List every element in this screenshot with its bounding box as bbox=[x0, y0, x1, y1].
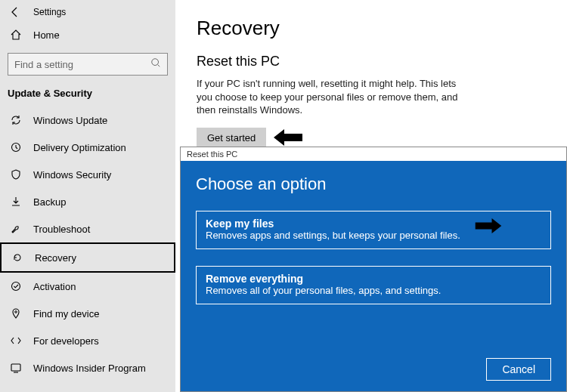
sidebar-item-backup[interactable]: Backup bbox=[0, 188, 175, 215]
annotation-arrow-icon bbox=[274, 129, 302, 146]
sidebar-item-recovery[interactable]: Recovery bbox=[0, 242, 175, 273]
activation-icon bbox=[9, 280, 23, 292]
sidebar-home[interactable]: Home bbox=[0, 21, 175, 48]
delivery-icon bbox=[9, 141, 23, 153]
developer-icon bbox=[9, 335, 23, 347]
dialog-titlebar: Reset this PC bbox=[181, 147, 566, 161]
shield-icon bbox=[9, 168, 23, 181]
sidebar-item-troubleshoot[interactable]: Troubleshoot bbox=[0, 215, 175, 242]
option-title: Remove everything bbox=[206, 273, 541, 285]
backup-icon bbox=[9, 196, 23, 208]
sidebar-item-find-my-device[interactable]: Find my device bbox=[0, 300, 175, 327]
sidebar-item-windows-security[interactable]: Windows Security bbox=[0, 161, 175, 188]
svg-point-0 bbox=[152, 59, 159, 66]
sidebar-item-for-developers[interactable]: For developers bbox=[0, 327, 175, 354]
section-heading: Reset this PC bbox=[197, 54, 546, 69]
sidebar-item-label: Activation bbox=[33, 281, 76, 292]
option-desc: Removes all of your personal files, apps… bbox=[206, 285, 541, 296]
sidebar-item-label: Recovery bbox=[35, 252, 76, 264]
svg-rect-4 bbox=[11, 364, 20, 371]
search-icon bbox=[150, 57, 161, 71]
reset-pc-dialog: Reset this PC Choose an option Keep my f… bbox=[180, 147, 567, 392]
app-title: Settings bbox=[33, 7, 66, 17]
sidebar-search[interactable] bbox=[8, 53, 168, 76]
wrench-icon bbox=[9, 223, 23, 235]
sidebar-item-label: Find my device bbox=[33, 308, 99, 319]
sidebar-item-label: Delivery Optimization bbox=[33, 142, 126, 153]
insider-icon bbox=[9, 362, 23, 374]
sidebar-item-label: Windows Update bbox=[33, 115, 107, 126]
sidebar-item-label: Backup bbox=[33, 196, 66, 208]
sidebar-item-label: For developers bbox=[33, 335, 99, 347]
option-keep-my-files[interactable]: Keep my files Removes apps and settings,… bbox=[196, 211, 551, 249]
search-input[interactable] bbox=[14, 59, 150, 70]
sync-icon bbox=[9, 114, 23, 126]
svg-point-2 bbox=[12, 282, 20, 291]
section-body: If your PC isn't running well, resetting… bbox=[197, 77, 461, 117]
svg-point-3 bbox=[15, 311, 17, 313]
option-remove-everything[interactable]: Remove everything Removes all of your pe… bbox=[196, 266, 551, 304]
get-started-button[interactable]: Get started bbox=[197, 128, 266, 148]
sidebar-item-delivery-optimization[interactable]: Delivery Optimization bbox=[0, 134, 175, 161]
sidebar-item-windows-update[interactable]: Windows Update bbox=[0, 106, 175, 134]
page-heading: Recovery bbox=[197, 17, 546, 40]
sidebar-item-insider[interactable]: Windows Insider Program bbox=[0, 354, 175, 381]
sidebar-group-title: Update & Security bbox=[0, 83, 175, 106]
back-icon[interactable] bbox=[9, 6, 21, 18]
sidebar-item-activation[interactable]: Activation bbox=[0, 273, 175, 300]
cancel-button[interactable]: Cancel bbox=[486, 358, 551, 381]
dialog-heading: Choose an option bbox=[196, 174, 551, 194]
sidebar-home-label: Home bbox=[33, 29, 60, 41]
main-content: Recovery Reset this PC If your PC isn't … bbox=[175, 0, 567, 165]
settings-sidebar: Settings Home Update & Security Windows … bbox=[0, 0, 175, 392]
recovery-icon bbox=[11, 252, 24, 264]
sidebar-item-label: Windows Insider Program bbox=[33, 363, 146, 374]
sidebar-item-label: Windows Security bbox=[33, 169, 111, 181]
annotation-arrow-icon bbox=[475, 218, 502, 236]
sidebar-item-label: Troubleshoot bbox=[33, 224, 90, 235]
home-icon bbox=[9, 29, 23, 41]
location-icon bbox=[9, 307, 23, 319]
